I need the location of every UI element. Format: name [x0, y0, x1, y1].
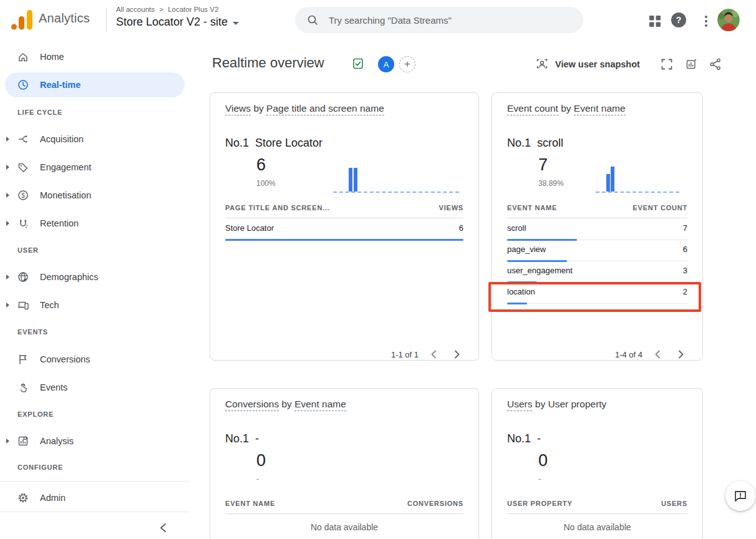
top-entry: No.1- [225, 432, 259, 445]
breadcrumb-root[interactable]: All accounts [116, 6, 155, 13]
spark-bar [611, 167, 614, 192]
events-tap-icon [17, 381, 29, 394]
prev-page-icon[interactable] [651, 347, 665, 361]
sidebar-section-lifecycle: LIFE CYCLE [17, 109, 62, 121]
title-join: by [532, 399, 548, 409]
next-page-icon[interactable] [450, 347, 463, 361]
dimension-label: User property [548, 399, 606, 409]
prev-page-icon[interactable] [427, 347, 441, 361]
metric-value: 6 [256, 155, 266, 175]
column-metric: CONVERSIONS [407, 500, 463, 507]
search-bar[interactable] [295, 7, 583, 33]
sidebar-item-analysis[interactable]: Analysis [0, 427, 189, 455]
table-header: EVENT NAME EVENT COUNT [507, 204, 687, 211]
metric-selector[interactable]: Conversions [225, 399, 279, 411]
top-entry: No.1Store Locator [225, 137, 322, 150]
sidebar-item-engagement[interactable]: Engagement [0, 153, 189, 181]
metric-selector[interactable]: Event count [507, 103, 558, 115]
row-value: 2 [683, 287, 687, 296]
metric-percent: 100% [256, 179, 276, 188]
avatar[interactable] [717, 9, 740, 31]
card-title: Conversions by Event name [225, 399, 346, 410]
dimension-selector[interactable]: Event name [294, 399, 346, 411]
card-event-count-by-event-name: Event count by Event name No.1scroll 7 3… [492, 92, 703, 361]
mini-bar-chart [333, 163, 459, 193]
sidebar-item-label: Conversions [40, 354, 90, 364]
row-label: location [507, 287, 535, 296]
comparison-badge[interactable]: A [378, 56, 394, 72]
sidebar-item-acquisition[interactable]: Acquisition [0, 125, 189, 153]
sidebar: Home Real-time LIFE CYCLE Acquisition [0, 40, 189, 539]
sidebar-item-demographics[interactable]: Demographics [0, 263, 189, 291]
rank-value: - [255, 432, 259, 445]
analytics-app: Analytics All accounts > Locator Plus V2… [0, 0, 756, 539]
dimension-selector[interactable]: Page title and screen name [266, 103, 384, 115]
expand-caret-icon[interactable] [6, 274, 9, 279]
help-icon[interactable]: ? [671, 12, 686, 27]
sidebar-item-label: Monetisation [40, 190, 91, 200]
expand-caret-icon[interactable] [6, 439, 9, 444]
data-quality-check-icon[interactable] [352, 57, 364, 70]
top-bar: Analytics All accounts > Locator Plus V2… [0, 0, 756, 40]
sidebar-item-tech[interactable]: Tech [0, 291, 189, 319]
rank-value: Store Locator [255, 137, 322, 149]
expand-caret-icon[interactable] [6, 137, 9, 142]
title-join: by [279, 399, 294, 409]
row-label: user_engagement [507, 266, 573, 275]
column-dimension: EVENT NAME [225, 500, 275, 507]
expand-caret-icon[interactable] [6, 193, 9, 198]
sidebar-item-conversions[interactable]: Conversions [0, 346, 189, 373]
expand-caret-icon[interactable] [6, 165, 9, 170]
table-row: user_engagement 3 [507, 261, 687, 283]
column-dimension: USER PROPERTY [507, 500, 573, 507]
chevron-down-icon [233, 22, 239, 25]
sidebar-item-label: Home [40, 52, 64, 62]
sidebar-item-label: Retention [40, 218, 79, 228]
expand-caret-icon[interactable] [6, 221, 9, 226]
pagination: 1-1 of 1 [391, 347, 463, 361]
sidebar-item-events[interactable]: Events [0, 374, 189, 401]
share-icon[interactable] [709, 57, 722, 71]
dimension-selector[interactable]: Event name [574, 103, 626, 115]
svg-text:$: $ [21, 192, 25, 199]
customize-report-icon[interactable] [685, 57, 699, 71]
metric-selector[interactable]: Views [225, 103, 251, 115]
column-metric: EVENT COUNT [632, 204, 687, 211]
more-vert-icon[interactable] [699, 14, 714, 29]
tech-devices-icon [17, 299, 29, 311]
sidebar-item-retention[interactable]: Retention [0, 210, 189, 237]
property-selector[interactable]: Store Locator V2 - site [116, 16, 239, 29]
add-comparison-button[interactable]: + [399, 56, 415, 72]
metric-value: 7 [538, 155, 548, 175]
property-name: Store Locator V2 - site [116, 16, 228, 29]
expand-caret-icon[interactable] [6, 303, 9, 308]
row-bar [225, 239, 463, 241]
row-label: page_view [507, 245, 546, 254]
next-page-icon[interactable] [674, 347, 687, 361]
search-input[interactable] [327, 14, 565, 26]
sidebar-item-label: Analysis [40, 436, 74, 446]
sidebar-section-explore: EXPLORE [17, 410, 54, 423]
diagnostics-grid-icon[interactable] [647, 14, 662, 29]
row-value: 7 [683, 223, 687, 233]
breadcrumb-account[interactable]: Locator Plus V2 [168, 6, 218, 13]
spark-bar [349, 168, 352, 192]
sidebar-item-label: Admin [40, 493, 65, 503]
row-label: scroll [507, 223, 526, 233]
card-title: Users by User property [507, 399, 606, 410]
breadcrumb[interactable]: All accounts > Locator Plus V2 [116, 6, 221, 13]
feedback-button[interactable] [725, 481, 755, 511]
sidebar-item-home[interactable]: Home [0, 43, 189, 70]
home-icon [17, 51, 29, 63]
sidebar-item-admin[interactable]: Admin [0, 484, 189, 512]
row-bar [507, 303, 527, 304]
collapse-sidebar-icon[interactable] [155, 519, 172, 537]
metric-value: 0 [256, 451, 266, 470]
sidebar-item-monetisation[interactable]: $ Monetisation [0, 182, 189, 209]
metric-selector[interactable]: Users [507, 399, 532, 411]
sidebar-item-realtime[interactable]: Real-time [0, 71, 189, 99]
metric-percent: 38.89% [538, 179, 564, 188]
fullscreen-icon[interactable] [660, 57, 674, 71]
view-user-snapshot-button[interactable]: View user snapshot [535, 56, 640, 72]
table-header: USER PROPERTY USERS [507, 500, 687, 507]
